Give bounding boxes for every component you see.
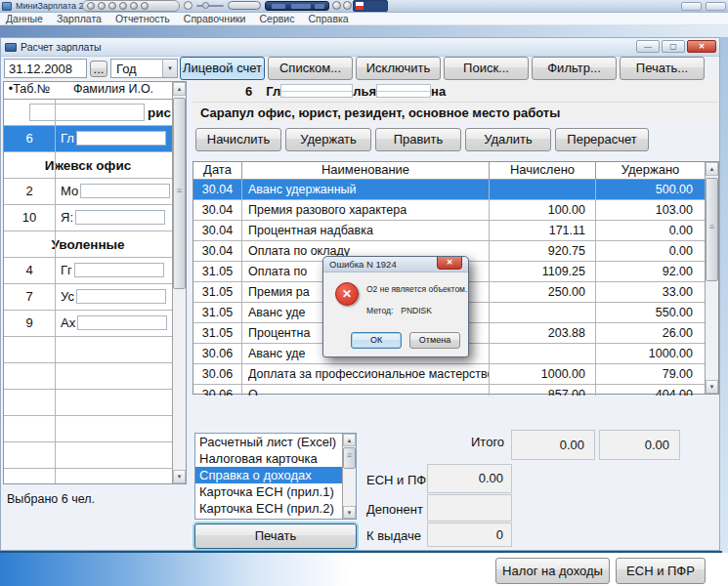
employee-number: 7 (4, 284, 55, 310)
scroll-down-icon[interactable]: ▼ (706, 380, 718, 394)
menu-item[interactable]: Данные (6, 13, 43, 24)
toolbar-button[interactable]: Исключить (356, 57, 441, 80)
scroll-down-icon[interactable]: ▼ (343, 506, 356, 519)
recorder-mute-icon[interactable] (184, 1, 193, 10)
list-item[interactable]: 4 Гг (4, 258, 172, 284)
menu-item[interactable]: Справочники (184, 13, 246, 24)
payout-field: 0 (427, 523, 512, 547)
employee-list-scrollbar[interactable]: ▲ ▼ (172, 82, 186, 483)
app-maximize-button[interactable] (706, 2, 726, 11)
period-select[interactable]: Год ▼ (110, 59, 178, 78)
operations-scrollbar[interactable]: ▲ ▼ (705, 162, 718, 394)
dialog-button[interactable]: ОК (351, 332, 402, 349)
list-item[interactable]: Ижевск офис (4, 152, 172, 179)
close-icon[interactable]: ✕ (687, 40, 716, 53)
action-button[interactable]: Перерасчет (555, 128, 649, 151)
cell-name: Процентная надбавка (242, 221, 490, 241)
column-header-name: Наименование (242, 162, 490, 179)
app-minimize-button[interactable] (681, 2, 702, 11)
cell-accrued: 1000.00 (490, 364, 596, 385)
recorder-button-icon[interactable] (119, 2, 127, 10)
employee-list-header: •Таб.№ Фамилия И.О. (4, 82, 172, 100)
report-item[interactable]: Расчетный лист (Excel) (195, 434, 342, 450)
cell-date: 31.05 (193, 303, 242, 323)
action-button[interactable]: Начислить (195, 128, 281, 151)
employee-header-name-mid: лья (353, 84, 376, 99)
list-item[interactable]: Уволенные (4, 231, 172, 258)
menu-item[interactable]: Отчетность (115, 13, 170, 24)
cell-date: 30.04 (193, 180, 242, 200)
report-item[interactable]: Карточка ЕСН (прил.2) (195, 500, 342, 517)
employee-name: Гл (55, 126, 172, 151)
scroll-up-icon[interactable]: ▲ (173, 82, 186, 96)
table-row[interactable]: 30.06 О 857.00 404.00 (193, 385, 705, 396)
list-item[interactable]: 7 Ус (4, 284, 172, 311)
scrollbar-thumb[interactable] (173, 98, 186, 289)
menu-item[interactable]: Зарплата (57, 13, 102, 24)
cell-withheld: 33.00 (596, 282, 705, 303)
date-input[interactable] (4, 59, 87, 78)
minimize-icon[interactable]: — (636, 40, 660, 53)
menu-item[interactable]: Справка (308, 13, 348, 24)
action-button[interactable]: Править (375, 128, 461, 151)
recorder-icon[interactable] (332, 1, 341, 10)
list-item[interactable]: 10 Я: (4, 205, 172, 231)
list-item[interactable]: рис (4, 100, 172, 126)
reports-scrollbar[interactable]: ▲ ▼ (342, 434, 356, 519)
dialog-buttons: ОКОтмена (351, 332, 460, 349)
print-button[interactable]: Печать (194, 523, 357, 549)
scroll-up-icon[interactable]: ▲ (343, 434, 356, 446)
recorder-slider[interactable] (196, 5, 224, 7)
scrollbar-thumb[interactable] (706, 178, 718, 281)
redaction-box (77, 315, 167, 330)
toolbar-button[interactable]: Поиск... (444, 57, 529, 80)
toolbar-button[interactable]: Печать... (620, 57, 705, 80)
scroll-up-icon[interactable]: ▲ (706, 162, 718, 176)
dialog-button[interactable]: Отмена (409, 332, 460, 349)
recorder-button-icon[interactable] (108, 2, 116, 10)
toolbar-buttons: Лицевой счетСписком...ИсключитьПоиск...Ф… (180, 57, 705, 80)
cell-withheld: 26.00 (596, 323, 705, 344)
recorder-button-icon[interactable] (87, 2, 95, 10)
scrollbar-thumb[interactable] (343, 447, 356, 469)
list-item[interactable]: 2 Мо (4, 179, 172, 205)
dialog-close-icon[interactable]: ✕ (437, 257, 462, 270)
toolbar-button[interactable]: Фильтр... (532, 57, 617, 80)
date-browse-button[interactable]: ... (90, 61, 107, 77)
recorder-button-icon[interactable] (141, 2, 149, 10)
table-row[interactable]: 30.04 Процентная надбавка 171.11 0.00 (193, 221, 705, 241)
reports-listbox: Расчетный лист (Excel)Налоговая карточка… (194, 433, 357, 520)
scroll-down-icon[interactable]: ▼ (173, 470, 186, 483)
maximize-icon[interactable]: ▢ (662, 40, 685, 53)
toolbar-button[interactable]: Списком... (268, 57, 353, 80)
table-row[interactable]: 30.06 Доплата за профессиональное мастер… (193, 364, 705, 385)
cell-date: 31.05 (193, 282, 242, 303)
mdi-top-band (0, 25, 728, 37)
window-titlebar: Расчет зарплаты — ▢ ✕ (1, 38, 719, 57)
recorder-slider-knob[interactable] (202, 2, 209, 9)
list-item[interactable]: 6 Гл (4, 126, 172, 152)
action-button[interactable]: Удалить (465, 128, 551, 151)
list-item[interactable]: 9 Ах (4, 311, 172, 337)
report-item[interactable]: Справка о доходах (195, 467, 342, 483)
toolbar-button[interactable]: Лицевой счет (180, 57, 265, 80)
menu-item[interactable]: Сервис (259, 13, 294, 24)
cell-accrued: 250.00 (490, 282, 596, 303)
recorder-icon[interactable] (343, 1, 352, 10)
table-row[interactable]: 30.04 Премия разового характера 100.00 1… (193, 200, 705, 221)
table-row[interactable]: 30.04 Аванс удержанный 500.00 (193, 180, 705, 200)
error-dialog: Ошибка N 1924 ✕ ✕ О2 не является объекто… (322, 256, 469, 357)
column-header-date: Дата (193, 162, 242, 179)
redaction-box (80, 184, 170, 198)
recorder-button-icon[interactable] (130, 2, 138, 10)
report-item[interactable]: Налоговая карточка (195, 450, 342, 467)
logo-stripe (356, 6, 364, 10)
employee-number: 4 (4, 258, 55, 283)
income-tax-button[interactable]: Налог на доходы (495, 558, 610, 584)
recorder-button-icon[interactable] (98, 2, 106, 10)
report-item[interactable]: Карточка ЕСН (прил.1) (195, 483, 342, 500)
chevron-down-icon[interactable]: ▼ (162, 60, 177, 77)
esn-pfr-button[interactable]: ЕСН и ПФР (616, 558, 706, 584)
action-button[interactable]: Удержать (285, 128, 371, 151)
cell-withheld: 1000.00 (596, 344, 705, 364)
